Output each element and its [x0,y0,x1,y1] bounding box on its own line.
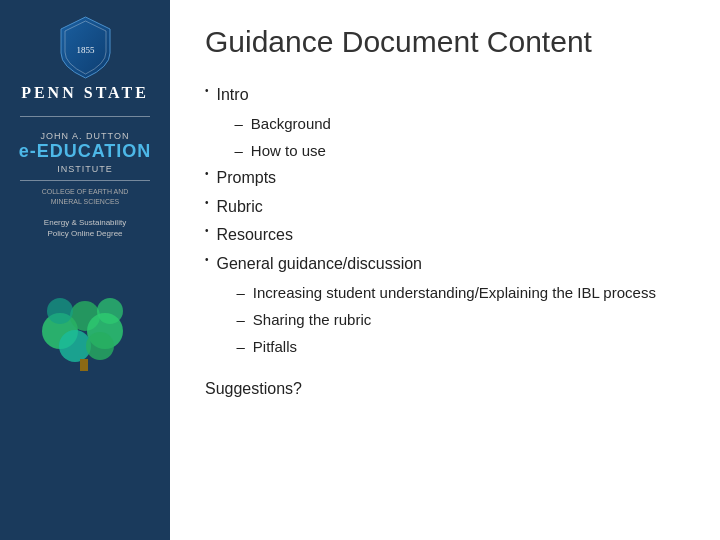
page-title: Guidance Document Content [205,25,685,59]
svg-point-7 [97,298,123,324]
list-item-prompts: • Prompts [205,164,685,193]
bullet-general-guidance: • [205,250,209,270]
penn-state-logo-area: 1855 PENN STATE [21,15,149,102]
sharing-rubric-label: Sharing the rubric [253,306,371,333]
energy-text: Energy & SustainabilityPolicy Online Deg… [44,217,126,239]
dash-background: – [235,110,243,137]
guidance-sub-list: – Increasing student understanding/Expla… [237,279,656,360]
list-item-pitfalls: – Pitfalls [237,333,656,360]
list-item-background: – Background [235,110,331,137]
dash-pitfalls: – [237,333,245,360]
list-item-sharing-rubric: – Sharing the rubric [237,306,656,333]
content-list: • Intro – Background – How to use • Prom… [205,81,685,360]
list-item-intro: • Intro – Background – How to use [205,81,685,164]
tree-logo [30,251,140,375]
list-item-general-guidance: • General guidance/discussion – Increasi… [205,250,685,360]
list-item-increasing-student: – Increasing student understanding/Expla… [237,279,656,306]
institute-name-line3: INSTITUTE [19,164,152,174]
dash-increasing: – [237,279,245,306]
college-text: COLLEGE OF EARTH ANDMINERAL SCIENCES [19,187,152,207]
penn-state-shield-icon: 1855 [58,15,113,80]
intro-sub-list: – Background – How to use [235,110,331,164]
sidebar-divider-top [20,116,150,117]
how-to-use-label: How to use [251,137,326,164]
bullet-rubric: • [205,193,209,213]
prompts-label: Prompts [217,164,277,193]
tree-logo-icon [30,251,140,371]
list-item-how-to-use: – How to use [235,137,331,164]
svg-point-5 [86,332,114,360]
main-content: Guidance Document Content • Intro – Back… [170,0,720,540]
list-item-resources: • Resources [205,221,685,250]
svg-text:1855: 1855 [76,45,95,55]
svg-point-6 [47,298,73,324]
resources-label: Resources [217,221,293,250]
bullet-intro: • [205,81,209,101]
general-guidance-label: General guidance/discussion [217,255,422,272]
institute-section: JOHN A. DUTTON e-EDUCATION INSTITUTE COL… [19,130,152,207]
background-label: Background [251,110,331,137]
dash-how-to-use: – [235,137,243,164]
energy-section: Energy & SustainabilityPolicy Online Deg… [44,217,126,239]
pitfalls-label: Pitfalls [253,333,297,360]
institute-name-line2: e-EDUCATION [19,142,152,162]
sidebar-divider-mid [20,180,150,181]
bullet-prompts: • [205,164,209,184]
sidebar: 1855 PENN STATE JOHN A. DUTTON e-EDUCATI… [0,0,170,540]
suggestions-text: Suggestions? [205,380,685,398]
dash-sharing: – [237,306,245,333]
intro-label: Intro [217,86,249,103]
list-item-rubric: • Rubric [205,193,685,222]
rubric-label: Rubric [217,193,263,222]
bullet-resources: • [205,221,209,241]
increasing-student-label: Increasing student understanding/Explain… [253,279,656,306]
penn-state-name: PENN STATE [21,84,149,102]
svg-rect-8 [80,359,88,371]
